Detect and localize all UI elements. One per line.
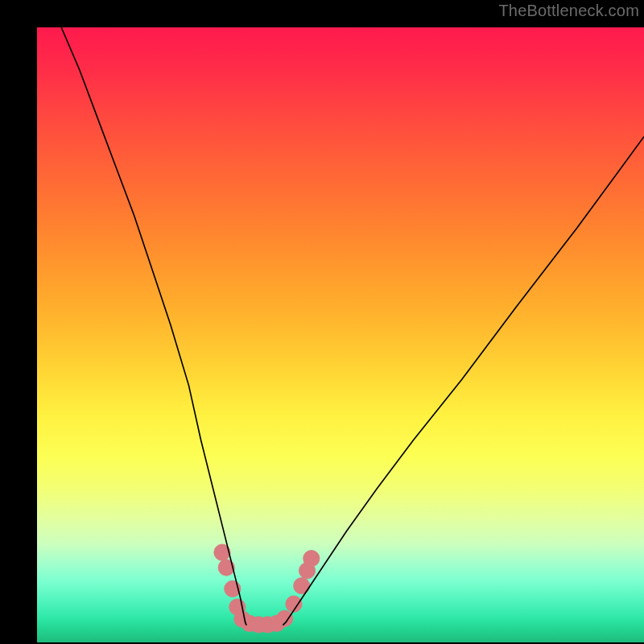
right-curve (283, 137, 644, 625)
plot-area (37, 27, 644, 642)
watermark-text: TheBottleneck.com (498, 2, 639, 20)
svg-point-11 (294, 578, 310, 594)
curves-svg (37, 27, 644, 634)
chart-frame (13, 13, 631, 631)
left-curve (61, 27, 246, 625)
svg-point-13 (303, 551, 320, 567)
